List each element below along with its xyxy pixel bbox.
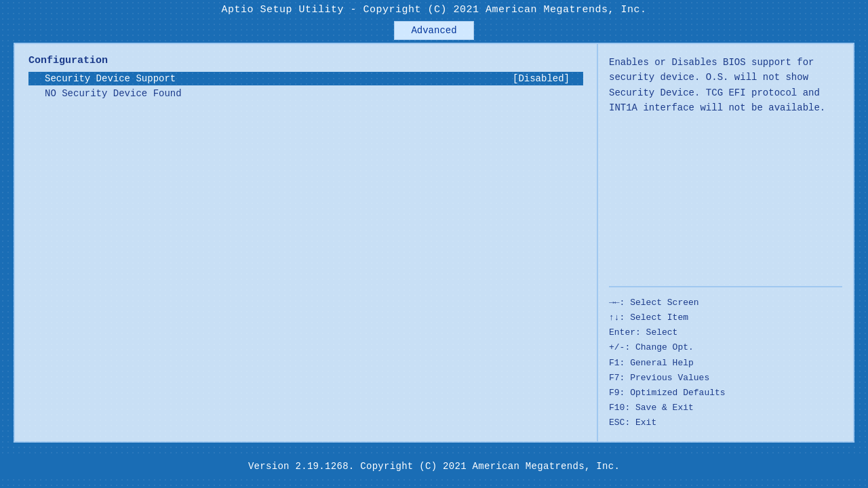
tab-advanced[interactable]: Advanced xyxy=(394,21,473,40)
configuration-title: Configuration xyxy=(28,55,583,66)
security-device-support-label: Security Device Support xyxy=(45,73,513,84)
no-security-device-label: NO Security Device Found xyxy=(45,88,583,99)
help-f9: F9: Optimized Defaults xyxy=(609,386,842,401)
help-select-item: ↑↓: Select Item xyxy=(609,310,842,325)
help-f1: F1: General Help xyxy=(609,356,842,371)
description-section: Enables or Disables BIOS support for sec… xyxy=(609,55,842,287)
left-panel: Configuration Security Device Support [D… xyxy=(15,44,598,441)
main-container: Configuration Security Device Support [D… xyxy=(14,43,854,443)
security-device-support-value: [Disabled] xyxy=(513,73,570,84)
title-bar: Aptio Setup Utility - Copyright (C) 2021… xyxy=(0,0,868,20)
security-device-support-row[interactable]: Security Device Support [Disabled] xyxy=(28,72,583,85)
description-text: Enables or Disables BIOS support for sec… xyxy=(609,55,842,116)
help-select-screen: →←: Select Screen xyxy=(609,296,842,310)
help-f7: F7: Previous Values xyxy=(609,371,842,386)
help-section: →←: Select Screen ↑↓: Select Item Enter:… xyxy=(609,296,842,430)
help-change-opt: +/-: Change Opt. xyxy=(609,340,842,355)
right-panel: Enables or Disables BIOS support for sec… xyxy=(598,44,853,441)
help-f10: F10: Save & Exit xyxy=(609,401,842,415)
help-enter-select: Enter: Select xyxy=(609,325,842,340)
footer-bar: Version 2.19.1268. Copyright (C) 2021 Am… xyxy=(0,457,868,476)
tab-bar: Advanced xyxy=(0,20,868,40)
help-esc: ESC: Exit xyxy=(609,415,842,430)
